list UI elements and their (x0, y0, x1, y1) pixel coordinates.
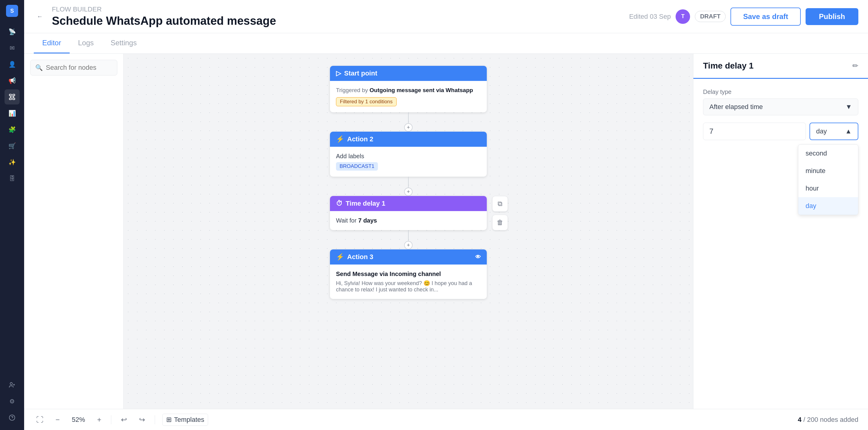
sidebar: S 📡 ✉ 👤 📢 📊 🧩 🛒 ✨ 🗄 (0, 0, 24, 430)
node-timedelay-body: Wait for 7 days (330, 211, 487, 230)
unit-select[interactable]: day ▲ (809, 123, 858, 140)
node-start[interactable]: ▷ Start point Triggered by Outgoing mess… (330, 66, 487, 112)
action3-icon: ⚡ (336, 253, 344, 261)
redo-button[interactable]: ↪ (136, 414, 148, 425)
node-timedelay[interactable]: ⏱ Time delay 1 Wait for 7 days ⧉ (330, 196, 487, 230)
sidebar-item-inbox[interactable]: ✉ (4, 40, 20, 56)
node-action3-header: ⚡ Action 3 👁 (330, 250, 487, 264)
tabs: Editor Logs Settings (24, 33, 868, 54)
tab-editor[interactable]: Editor (34, 33, 70, 53)
add-node-button-3[interactable]: + (404, 241, 412, 250)
node-action2[interactable]: ⚡ Action 2 Add labels BROADCAST1 (330, 132, 487, 177)
dropdown-item-minute[interactable]: minute (798, 162, 858, 180)
sidebar-item-campaigns[interactable]: 📢 (4, 73, 20, 88)
unit-value: day (816, 127, 827, 135)
delete-node-button[interactable]: 🗑 (492, 215, 508, 230)
connector-1: + (408, 112, 409, 127)
action2-tag: BROADCAST1 (336, 162, 378, 171)
svg-point-7 (10, 382, 12, 385)
number-unit-row: day ▲ (703, 123, 858, 140)
dropdown-item-hour[interactable]: hour (798, 180, 858, 197)
delay-type-label: Delay type (703, 88, 858, 95)
action2-label: Action 2 (347, 135, 373, 143)
fit-view-button[interactable]: ⛶ (34, 414, 46, 425)
sidebar-item-add-user[interactable] (4, 377, 20, 393)
tab-settings[interactable]: Settings (102, 33, 145, 53)
edit-title-icon[interactable]: ✏ (852, 62, 858, 70)
canvas[interactable]: ▷ Start point Triggered by Outgoing mess… (124, 54, 693, 409)
timedelay-icon: ⏱ (336, 200, 343, 207)
svg-rect-2 (9, 98, 11, 99)
node-start-header: ▷ Start point (330, 66, 487, 81)
trigger-text: Triggered by Outgoing message sent via W… (336, 87, 481, 94)
delay-number-input[interactable] (703, 123, 806, 140)
right-panel-title: Time delay 1 (703, 61, 754, 71)
dropdown-item-second[interactable]: second (798, 145, 858, 162)
sidebar-item-database[interactable]: 🗄 (4, 171, 20, 186)
message-title: Send Message via Incoming channel (336, 270, 481, 278)
sidebar-item-integrations[interactable]: 🧩 (4, 122, 20, 137)
draft-badge: DRAFT (695, 11, 726, 22)
breadcrumb: FLOW BUILDER (52, 5, 623, 13)
add-node-button-1[interactable]: + (404, 123, 412, 132)
node-action2-body: Add labels BROADCAST1 (330, 147, 487, 177)
right-panel-body: Delay type After elapsed time ▼ day ▲ (693, 79, 868, 409)
node-timedelay-header: ⏱ Time delay 1 (330, 196, 487, 211)
zoom-in-button[interactable]: + (95, 414, 104, 425)
templates-button[interactable]: ⊞ Templates (162, 414, 208, 426)
chevron-up-icon: ▲ (845, 127, 852, 135)
sidebar-item-settings[interactable]: ⚙ (4, 394, 20, 409)
action3-eye-icon[interactable]: 👁 (475, 254, 481, 260)
timedelay-label: Time delay 1 (346, 200, 385, 207)
add-node-button-2[interactable]: + (404, 188, 412, 196)
search-box[interactable]: 🔍 (30, 60, 117, 76)
templates-icon: ⊞ (166, 416, 172, 424)
toolbar-divider (111, 415, 111, 424)
filter-tag: Filtered by 1 conditions (336, 97, 397, 106)
search-input[interactable] (46, 64, 112, 71)
zoom-out-button[interactable]: − (53, 414, 62, 425)
delay-type-select[interactable]: After elapsed time ▼ (703, 98, 858, 115)
save-draft-button[interactable]: Save as draft (731, 7, 801, 26)
right-panel-header: Time delay 1 ✏ (693, 54, 868, 79)
sidebar-item-ai[interactable]: ✨ (4, 154, 20, 170)
page-title: Schedule WhatsApp automated message (52, 15, 623, 27)
undo-button[interactable]: ↩ (119, 414, 129, 425)
start-label: Start point (344, 69, 377, 77)
node-timedelay-actions: ⧉ 🗑 (492, 196, 508, 230)
chevron-down-icon: ▼ (845, 103, 852, 111)
search-icon: 🔍 (35, 64, 43, 71)
node-action3[interactable]: ⚡ Action 3 👁 Send Message via Incoming c… (330, 250, 487, 299)
sidebar-item-reports[interactable]: 📊 (4, 106, 20, 121)
unit-dropdown: second minute hour day (798, 144, 858, 215)
message-preview: Hi, Sylvia! How was your weekend? 😊 I ho… (336, 280, 481, 293)
avatar: T (676, 9, 690, 24)
copy-node-button[interactable]: ⧉ (492, 196, 508, 212)
toolbar-divider-2 (155, 415, 155, 424)
connector-3: + (408, 230, 409, 245)
app-logo[interactable]: S (6, 5, 18, 17)
sidebar-item-store[interactable]: 🛒 (4, 138, 20, 153)
node-action3-body: Send Message via Incoming channel Hi, Sy… (330, 264, 487, 299)
sidebar-item-help[interactable] (4, 410, 20, 425)
sidebar-item-flows[interactable] (4, 89, 20, 105)
svg-rect-1 (13, 94, 15, 96)
tab-logs[interactable]: Logs (70, 33, 102, 53)
back-button[interactable]: ← (34, 10, 46, 23)
dropdown-item-day[interactable]: day (798, 197, 858, 215)
header-actions: Edited 03 Sep T DRAFT Save as draft Publ… (629, 7, 858, 26)
connector-2: + (408, 177, 409, 192)
svg-rect-3 (13, 98, 15, 99)
nodes-count: 4 / 200 nodes added (798, 416, 858, 424)
node-start-body: Triggered by Outgoing message sent via W… (330, 81, 487, 112)
sidebar-item-broadcast[interactable]: 📡 (4, 24, 20, 39)
sidebar-item-contacts[interactable]: 👤 (4, 57, 20, 72)
flow-container: ▷ Start point Triggered by Outgoing mess… (330, 66, 487, 299)
right-panel: Time delay 1 ✏ Delay type After elapsed … (693, 54, 868, 409)
svg-rect-0 (9, 94, 11, 96)
delay-type-value: After elapsed time (709, 103, 763, 111)
edited-label: Edited 03 Sep (629, 13, 671, 21)
node-action2-header: ⚡ Action 2 (330, 132, 487, 147)
publish-button[interactable]: Publish (806, 8, 858, 25)
zoom-level: 52% (69, 416, 88, 424)
